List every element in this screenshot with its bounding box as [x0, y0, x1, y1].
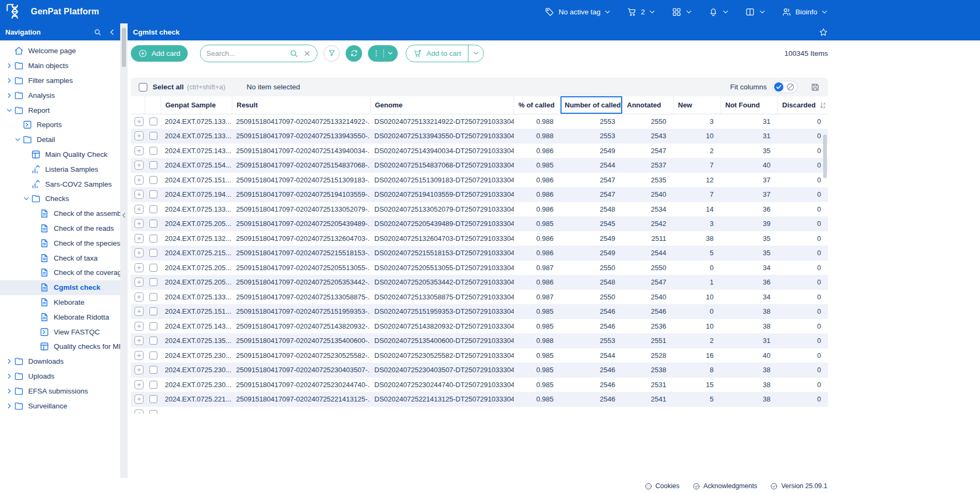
table-row[interactable]: 2024.EXT.0725.132...250915180417097-0202… [131, 231, 828, 246]
refresh-button[interactable] [346, 45, 362, 62]
expand-row-button[interactable] [135, 322, 144, 331]
table-row[interactable]: 2024.EXT.0725.205...250915180417097-0202… [131, 217, 828, 232]
sidebar-item-check-of-the-reads[interactable]: Check of the reads [0, 221, 120, 236]
sidebar-scrollbar-thumb[interactable] [122, 28, 126, 67]
chevron-right-icon[interactable] [5, 402, 13, 409]
column-header-number-of-called[interactable]: Number of called [560, 96, 622, 114]
row-checkbox[interactable] [149, 395, 157, 403]
row-checkbox[interactable] [149, 235, 157, 242]
column-header-new[interactable]: New [673, 96, 721, 114]
expand-row-button[interactable] [135, 395, 144, 404]
sidebar-item-kleborate-ridotta[interactable]: Kleborate Ridotta [0, 309, 120, 324]
sidebar-item-kleborate[interactable]: Kleborate [0, 295, 120, 310]
expand-row-button[interactable] [135, 234, 144, 243]
column-header-result[interactable]: Result [232, 96, 370, 114]
table-row[interactable]: 2024.EXT.0725.143...250915180417097-0202… [131, 319, 828, 334]
table-row[interactable]: 2024.EXT.0725.133...250915180417097-0202… [131, 202, 828, 217]
select-all-checkbox[interactable] [139, 83, 147, 91]
table-row[interactable]: 2024.EXT.0725.151...250915180417097-0202… [131, 305, 828, 320]
expand-row-button[interactable] [135, 336, 144, 345]
more-actions-button[interactable] [368, 45, 398, 62]
save-layout-button[interactable] [810, 82, 820, 92]
sidebar-item-reports[interactable]: Reports [0, 118, 120, 132]
table-row[interactable]: 2024.EXT.0725.205...250915180417097-0202… [131, 275, 828, 290]
table-row[interactable]: 2024.EXT.0725.230...250915180417097-0202… [131, 348, 828, 363]
column-header-discarded[interactable]: DiscardedAZ [777, 96, 828, 114]
fit-columns-toggle[interactable] [772, 81, 798, 93]
row-checkbox[interactable] [149, 249, 157, 257]
chevron-right-icon[interactable] [5, 91, 13, 99]
table-row[interactable]: 2024.EXT.0725.133...250915180417097-0202… [131, 114, 828, 129]
expand-row-button[interactable] [135, 365, 144, 374]
chevron-down-icon[interactable] [5, 106, 13, 114]
sidebar-item-analysis[interactable]: Analysis [0, 88, 120, 103]
row-checkbox[interactable] [149, 147, 157, 155]
row-checkbox[interactable] [149, 381, 157, 389]
row-checkbox[interactable] [149, 118, 157, 125]
row-checkbox[interactable] [149, 264, 157, 272]
column-header-genome[interactable]: Genome [370, 96, 514, 114]
notifications-menu[interactable] [708, 7, 729, 17]
sidebar-item-report[interactable]: Report [0, 103, 120, 118]
table-row[interactable]: 2024.EXT.0725.205...250915180417097-0202… [131, 261, 828, 275]
cookies-link[interactable]: Cookies [644, 482, 680, 490]
sidebar-item-cgmlst-check[interactable]: Cgmlst check [0, 280, 120, 295]
clear-search-icon[interactable] [303, 49, 311, 57]
expand-row-button[interactable] [135, 117, 144, 126]
sidebar-item-check-of-the-species[interactable]: Check of the species [0, 236, 120, 250]
collapse-sidebar-icon[interactable] [108, 28, 116, 36]
expand-row-button[interactable] [135, 263, 144, 272]
layout-columns-menu[interactable] [745, 7, 766, 17]
sidebar-item-efsa-submissions[interactable]: EFSA submissions [0, 383, 120, 398]
column-header-of-called[interactable]: % of called [514, 96, 560, 114]
row-checkbox[interactable] [149, 410, 157, 414]
expand-row-button[interactable] [135, 175, 144, 185]
add-card-button[interactable]: Add card [131, 45, 188, 62]
cart-menu[interactable]: 2 [627, 7, 656, 17]
sidebar-collapse-handle[interactable] [120, 210, 128, 221]
expand-row-button[interactable] [135, 248, 144, 257]
user-menu[interactable]: Bioinfo [782, 7, 828, 17]
search-icon[interactable] [289, 49, 298, 58]
table-row[interactable]: 2024.EXT.0725.230...250915180417097-0202… [131, 378, 828, 392]
row-checkbox[interactable] [149, 190, 157, 198]
row-checkbox[interactable] [149, 205, 157, 213]
expand-row-button[interactable] [135, 219, 144, 228]
sidebar-item-uploads[interactable]: Uploads [0, 369, 120, 384]
table-row[interactable]: 2024.EXT.0725.151...250915180417097-0202… [131, 173, 828, 188]
expand-row-button[interactable] [135, 409, 144, 414]
row-checkbox[interactable] [149, 132, 157, 140]
table-row[interactable]: 2024.EXT.0725.230...250915180417097-0202… [131, 363, 828, 378]
expand-row-button[interactable] [135, 205, 144, 214]
acknowledgments-link[interactable]: Acknowledgments [692, 482, 757, 490]
table-row[interactable]: 2024.EXT.0725.143...250915180417097-0202… [131, 144, 828, 158]
sidebar-item-view-fastqc[interactable]: View FASTQC [0, 324, 120, 339]
row-checkbox[interactable] [149, 293, 157, 301]
row-checkbox[interactable] [149, 322, 157, 330]
expand-row-button[interactable] [135, 351, 144, 360]
column-header-not-found[interactable]: Not Found [721, 96, 777, 114]
sidebar-item-check-of-the-coverage[interactable]: Check of the coverage [0, 265, 120, 280]
sidebar-item-check-of-the-assembly[interactable]: Check of the assembly [0, 206, 120, 221]
expand-row-button[interactable] [135, 190, 144, 199]
sidebar-item-check-of-taxa[interactable]: Check of taxa [0, 250, 120, 265]
sidebar-item-listeria-samples[interactable]: Listeria Samples [0, 162, 120, 177]
favorite-star-icon[interactable] [819, 28, 828, 37]
row-checkbox[interactable] [149, 176, 157, 184]
row-checkbox[interactable] [149, 278, 157, 286]
row-checkbox[interactable] [149, 220, 157, 228]
sidebar-item-surveillance[interactable]: Surveillance [0, 398, 120, 413]
table-row[interactable]: 2024.EXT.0725.154...250915180417097-0202… [131, 158, 828, 173]
table-row[interactable]: 2024.EXT.0725.194...250915180417097-0202… [131, 188, 828, 203]
table-row[interactable]: 2024.EXT.0725.221...250915180417097-0202… [131, 392, 828, 407]
expand-row-button[interactable] [135, 380, 144, 389]
apps-menu[interactable] [672, 7, 692, 17]
chevron-down-icon[interactable] [22, 195, 30, 203]
chevron-right-icon[interactable] [5, 358, 13, 365]
sidebar-item-checks[interactable]: Checks [0, 191, 120, 206]
expand-row-button[interactable] [135, 292, 144, 302]
sidebar-item-downloads[interactable]: Downloads [0, 354, 120, 369]
row-checkbox[interactable] [149, 337, 157, 345]
add-to-cart-button[interactable]: Add to cart [406, 45, 468, 62]
row-checkbox[interactable] [149, 161, 157, 169]
